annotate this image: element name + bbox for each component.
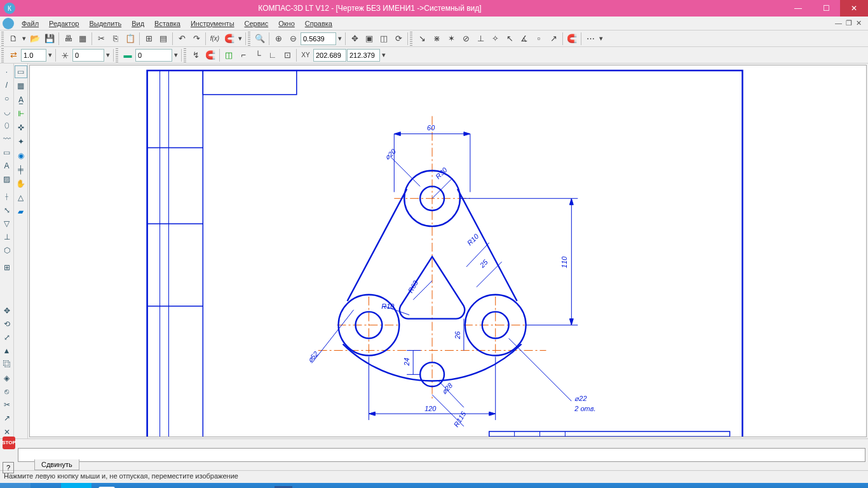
- grid-tool[interactable]: ▦: [15, 79, 27, 92]
- app-menu-icon[interactable]: [3, 18, 14, 29]
- symmetry-tool[interactable]: ▲: [1, 345, 13, 357]
- menu-editor[interactable]: Редактор: [44, 18, 84, 29]
- open-button[interactable]: 📂: [28, 32, 42, 46]
- toolbar-grip[interactable]: [1, 32, 4, 46]
- coord-dropdown[interactable]: ▾: [381, 48, 387, 62]
- print-button[interactable]: 🖶: [61, 32, 75, 46]
- minimize-button[interactable]: ―: [784, 0, 812, 17]
- menu-tools[interactable]: Инструменты: [186, 18, 240, 29]
- undo-button[interactable]: ↶: [175, 32, 189, 46]
- polygon-tool[interactable]: ⬡: [1, 245, 13, 257]
- zoom-in-button[interactable]: ⊕: [271, 32, 285, 46]
- menu-service[interactable]: Сервис: [240, 18, 274, 29]
- lx-button[interactable]: ⌐: [236, 48, 250, 62]
- taskbar-save-icon[interactable]: 💾: [153, 483, 183, 488]
- menu-window[interactable]: Окно: [273, 18, 300, 29]
- snap-near-button[interactable]: ↘: [415, 32, 429, 46]
- angle-step-input[interactable]: [72, 49, 104, 62]
- snap-dropdown[interactable]: ▾: [237, 32, 243, 46]
- menu-insert[interactable]: Вставка: [149, 18, 186, 29]
- ortho2-button[interactable]: 🧲: [203, 48, 217, 62]
- toolbar-grip[interactable]: [116, 48, 118, 62]
- redo-button[interactable]: ↷: [189, 32, 203, 46]
- leader-tool[interactable]: ⤡: [1, 204, 13, 216]
- deform-tool[interactable]: ◈: [1, 372, 13, 384]
- snap-mid-button[interactable]: ⋇: [430, 32, 444, 46]
- menu-help[interactable]: Справка: [300, 18, 337, 29]
- menu-file[interactable]: Файл: [17, 18, 44, 29]
- rough-tool[interactable]: ▽: [1, 217, 13, 229]
- command-tab[interactable]: Сдвинуть: [34, 459, 79, 470]
- trim-tool[interactable]: ⎋: [1, 385, 13, 397]
- taskbar-kompas-icon[interactable]: Ⓚ: [214, 483, 244, 488]
- table-tool[interactable]: ⊞: [1, 262, 13, 274]
- help-button[interactable]: ?: [3, 462, 14, 473]
- ortho-button[interactable]: ↯: [189, 48, 203, 62]
- axis-tool[interactable]: ╪: [15, 163, 27, 176]
- paste-button[interactable]: 📋: [123, 32, 137, 46]
- step-dropdown[interactable]: ▾: [47, 48, 53, 62]
- angle-step-dropdown[interactable]: ▾: [105, 48, 111, 62]
- refresh-button[interactable]: ⟳: [391, 32, 405, 46]
- snap-toggle-button[interactable]: 🧲: [222, 32, 236, 46]
- ly-button[interactable]: └: [251, 48, 265, 62]
- fill-tool[interactable]: ▰: [15, 205, 27, 218]
- base-tool[interactable]: ⊥: [1, 231, 13, 243]
- snap-angle-button[interactable]: ∡: [517, 32, 531, 46]
- ellipse-tool[interactable]: ⬯: [1, 119, 13, 132]
- coord-y-input[interactable]: [347, 49, 380, 62]
- snap-perpend-button[interactable]: ⊥: [473, 32, 487, 46]
- mdi-close-icon[interactable]: ✕: [856, 19, 862, 27]
- snap-grid-button[interactable]: ▫: [532, 32, 546, 46]
- angle-button[interactable]: ∟: [266, 48, 280, 62]
- copy-button[interactable]: ⎘: [109, 32, 123, 46]
- toolbar-more-dropdown[interactable]: ▾: [598, 32, 604, 46]
- zoom-dropdown[interactable]: ▾: [337, 32, 343, 46]
- fx-button[interactable]: f(x): [208, 32, 222, 46]
- new-button[interactable]: 🗋: [6, 32, 20, 46]
- new-dropdown[interactable]: ▾: [21, 32, 27, 46]
- snap-global-button[interactable]: 🧲: [565, 32, 579, 46]
- layer-dropdown[interactable]: ▾: [173, 48, 179, 62]
- zoom-out-button[interactable]: ⊖: [286, 32, 300, 46]
- move-tool[interactable]: ✥: [1, 304, 13, 316]
- toolbar-more-button[interactable]: ⋯: [583, 32, 597, 46]
- angle-step-button[interactable]: ⚹: [58, 48, 72, 62]
- command-input[interactable]: [18, 448, 865, 462]
- toolbar-grip[interactable]: [248, 32, 250, 46]
- close-button[interactable]: ✕: [840, 0, 868, 17]
- taskbar-app1-icon[interactable]: ◎: [122, 483, 153, 488]
- snap-point-button[interactable]: ↖: [503, 32, 517, 46]
- snap-center-button[interactable]: ✧: [488, 32, 502, 46]
- snap-intersect-button[interactable]: ✶: [444, 32, 458, 46]
- trim2-tool[interactable]: ✂: [1, 399, 13, 411]
- arc2-tool[interactable]: △: [15, 191, 27, 204]
- spline-tool[interactable]: 〰: [1, 133, 13, 145]
- taskbar-explorer-icon[interactable]: 🗂: [244, 483, 275, 488]
- cut-button[interactable]: ✂: [94, 32, 108, 46]
- toolbar-grip[interactable]: [410, 32, 412, 46]
- snap-tangent-button[interactable]: ⊘: [459, 32, 473, 46]
- round-button[interactable]: ⊡: [280, 48, 294, 62]
- select-tool[interactable]: ▭: [15, 65, 27, 78]
- library-button[interactable]: ▤: [156, 32, 170, 46]
- text2-tool[interactable]: A̲: [15, 93, 27, 106]
- mdi-minimize-icon[interactable]: ―: [835, 19, 842, 27]
- text-tool[interactable]: A: [1, 160, 13, 172]
- layer-input[interactable]: [135, 49, 172, 62]
- step-input[interactable]: [21, 49, 46, 62]
- menu-select[interactable]: Выделить: [84, 18, 126, 29]
- grid-button[interactable]: ◫: [222, 48, 236, 62]
- copy-tool[interactable]: ⿻: [1, 358, 13, 370]
- arc-tool[interactable]: ◡: [1, 106, 13, 118]
- point-tool[interactable]: ·: [1, 65, 13, 78]
- align-tool[interactable]: ⊩: [15, 107, 27, 120]
- snap-dist-button[interactable]: ↗: [546, 32, 560, 46]
- fit-all-button[interactable]: ▣: [362, 32, 376, 46]
- rect-tool[interactable]: ▭: [1, 146, 13, 158]
- mdi-restore-icon[interactable]: ❐: [846, 19, 852, 27]
- menu-view[interactable]: Вид: [126, 18, 149, 29]
- layer-button[interactable]: ▬: [121, 48, 135, 62]
- line-tool[interactable]: /: [1, 79, 13, 91]
- toolbar-grip[interactable]: [1, 48, 4, 62]
